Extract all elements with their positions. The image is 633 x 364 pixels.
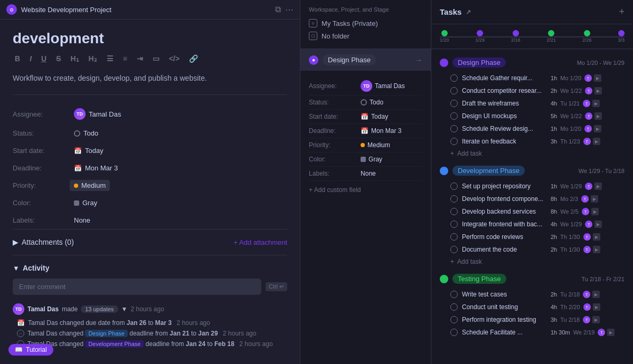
task-name: Draft the wireframes xyxy=(462,100,546,107)
task-name: Schedule Review desig... xyxy=(462,125,546,132)
description[interactable]: Workflow to create, design, develop, and… xyxy=(13,72,287,84)
add-custom-field-button[interactable]: + Add custom field xyxy=(309,181,422,199)
priority-value[interactable]: Medium xyxy=(70,180,110,191)
task-item[interactable]: Draft the wireframes 4h Tu 1/21 T ▶ xyxy=(431,97,633,110)
task-item[interactable]: Design UI mockups 5h We 1/22 T ▶ xyxy=(431,110,633,122)
start-date-value[interactable]: 📅 Today xyxy=(70,145,108,156)
task-item[interactable]: Write test cases 2h Tu 2/18 T ▶ xyxy=(431,288,633,301)
copy-icon[interactable]: ⧉ xyxy=(275,5,281,15)
task-meta: 1h We 1/29 T ▶ xyxy=(551,183,602,190)
task-item[interactable]: Iterate on feedback 3h Th 1/23 T ▶ xyxy=(431,135,633,148)
indent-button[interactable]: ⇥ xyxy=(135,53,145,64)
external-link-icon[interactable]: ↗ xyxy=(466,8,471,16)
color-value[interactable]: Gray xyxy=(70,197,101,208)
code-button[interactable]: </> xyxy=(167,53,182,64)
mid-priority-value[interactable]: Medium xyxy=(361,141,390,149)
camera-icon: ▶ xyxy=(592,316,600,323)
mid-deadline-value[interactable]: 📅 Mon Mar 3 xyxy=(361,127,401,135)
mid-color-value[interactable]: Gray xyxy=(361,156,382,163)
bullet-list-button[interactable]: ☰ xyxy=(105,53,116,64)
activity-header[interactable]: ▼ Activity xyxy=(13,264,287,272)
task-item[interactable]: Develop frontend compone... 8h Mo 2/3 T … xyxy=(431,193,633,205)
color-dot xyxy=(74,200,79,206)
deadline-value[interactable]: 📅 Mon Mar 3 xyxy=(70,162,122,174)
assignee-icon: T xyxy=(584,125,592,132)
design-phase-nav-item[interactable]: ● Design Phase → xyxy=(300,49,431,71)
bold-button[interactable]: B xyxy=(13,53,22,64)
add-attachment-button[interactable]: + Add attachment xyxy=(234,238,288,246)
link-button[interactable]: 🔗 xyxy=(187,53,200,64)
task-item[interactable]: Perform code reviews 2h Th 1/30 T ▶ xyxy=(431,231,633,243)
comment-input[interactable] xyxy=(13,279,261,295)
task-item[interactable]: Develop backend services 8h We 2/5 T ▶ xyxy=(431,205,633,218)
task-circle xyxy=(450,221,458,228)
block-button[interactable]: ▭ xyxy=(150,53,162,64)
status-circle xyxy=(74,130,80,137)
task-item[interactable]: Document the code 2h Th 1/30 T ▶ xyxy=(431,243,633,256)
task-item[interactable]: Conduct unit testing 4h Th 2/20 T ▶ xyxy=(431,301,633,313)
task-item[interactable]: Set up project repository 1h We 1/29 T ▶ xyxy=(431,180,633,193)
attachments-section: ▶ Attachments (0) + Add attachment xyxy=(13,229,287,255)
task-item[interactable]: Schedule Gather requir... 1h Mo 1/20 T ▶ xyxy=(431,72,633,84)
task-item[interactable]: Schedule Facilitate ... 1h 30m We 2/19 T… xyxy=(431,326,633,339)
deadline-calendar-icon: 📅 xyxy=(74,165,82,172)
underline-button[interactable]: U xyxy=(39,53,49,64)
ordered-list-button[interactable]: ≡ xyxy=(121,53,129,64)
assignee-icon: T xyxy=(584,74,592,82)
workspace-icon[interactable]: ⚙ xyxy=(6,4,17,15)
top-bar: ⚙ Website Development Project ⧉ ⋯ xyxy=(0,0,300,20)
left-panel: ⚙ Website Development Project ⧉ ⋯ develo… xyxy=(0,0,300,364)
task-meta: 2h Tu 2/18 T ▶ xyxy=(551,291,600,298)
task-circle xyxy=(450,195,458,203)
activity-section: ▼ Activity Ctrl ↵ TD Tamal Das made 13 u… xyxy=(13,255,287,359)
mid-labels-value[interactable]: None xyxy=(361,170,376,177)
add-task-development-button[interactable]: + Add task xyxy=(431,256,633,267)
h2-button[interactable]: H₂ xyxy=(87,53,99,64)
mid-start-calendar-icon: 📅 xyxy=(361,113,369,120)
task-meta: 2h Th 1/30 T ▶ xyxy=(551,233,600,241)
tl-dot-2: 2/18 xyxy=(511,30,521,43)
mid-status-value[interactable]: Todo xyxy=(361,99,383,106)
labels-value[interactable]: None xyxy=(70,215,95,226)
task-item[interactable]: Conduct competitor resear... 2h We 1/22 … xyxy=(431,84,633,97)
tutorial-label: Tutorial xyxy=(26,346,47,353)
task-name: Document the code xyxy=(462,246,546,253)
my-tasks-item[interactable]: ○ My Tasks (Private) xyxy=(309,17,422,30)
mid-assignee-value[interactable]: TD Tamal Das xyxy=(361,80,405,92)
phase-group-design: Design Phase Mo 1/20 - We 1/29 Schedule … xyxy=(431,53,633,159)
task-meta: 4h Tu 1/21 T ▶ xyxy=(551,100,600,107)
phase-header-development[interactable]: Development Phase We 1/29 - Tu 2/18 xyxy=(431,161,633,180)
assignee-icon: T xyxy=(582,208,589,215)
mid-startdate-value[interactable]: 📅 Today xyxy=(361,113,388,120)
task-item[interactable]: Schedule Review desig... 1h Mo 1/20 T ▶ xyxy=(431,122,633,135)
task-icons: T ▶ xyxy=(583,100,600,107)
strikethrough-button[interactable]: S xyxy=(54,53,63,64)
no-folder-item[interactable]: □ No folder xyxy=(309,30,422,42)
assignee-value[interactable]: TD Tamal Das xyxy=(70,107,125,121)
add-task-design-button[interactable]: + Add task xyxy=(431,148,633,159)
italic-button[interactable]: I xyxy=(27,53,34,64)
add-task-icon[interactable]: + xyxy=(619,6,625,17)
page-title[interactable]: development xyxy=(13,30,287,47)
phase-header-testing[interactable]: Testing Phase Tu 2/18 - Fr 2/21 xyxy=(431,270,633,288)
change-1-icon: ○ xyxy=(17,330,24,337)
priority-label: Priority: xyxy=(13,181,65,189)
change-0-time: 2 hours ago xyxy=(175,319,210,327)
phase-header-design[interactable]: Design Phase Mo 1/20 - We 1/29 xyxy=(431,53,633,72)
task-item[interactable]: Integrate frontend with bac... 4h We 1/2… xyxy=(431,218,633,231)
more-icon[interactable]: ⋯ xyxy=(285,5,294,15)
middle-properties-list: Assignee: TD Tamal Das Status: Todo Star… xyxy=(300,71,431,364)
h1-button[interactable]: H₁ xyxy=(68,53,81,64)
task-name: Perform integration testing xyxy=(462,316,546,323)
task-icons: T ▶ xyxy=(585,183,602,190)
tutorial-badge[interactable]: 📖 Tutorial xyxy=(8,344,53,356)
attachments-title[interactable]: ▶ Attachments (0) xyxy=(13,238,74,246)
task-item[interactable]: Perform integration testing 3h Tu 2/18 T… xyxy=(431,313,633,326)
status-value[interactable]: Todo xyxy=(70,128,102,139)
add-icon: + xyxy=(450,258,454,265)
assignee-icon: T xyxy=(583,233,591,241)
task-circle xyxy=(450,246,458,253)
task-meta: 3h Tu 2/18 T ▶ xyxy=(551,316,600,323)
assignee-icon: T xyxy=(583,303,591,311)
activity-change-2: ○ Tamal Das changed Development Phase de… xyxy=(13,340,287,348)
